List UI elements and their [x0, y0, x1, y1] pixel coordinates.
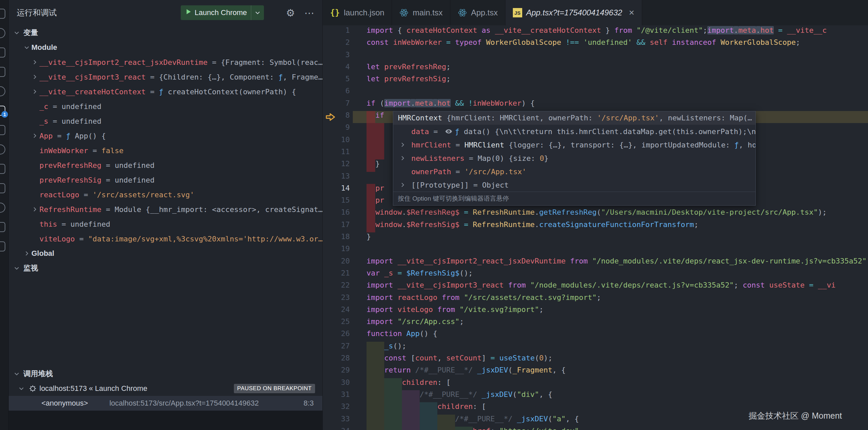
- line-number[interactable]: 22: [323, 281, 353, 293]
- chevron-down-icon[interactable]: [22, 44, 31, 51]
- editor-line-3[interactable]: 3: [323, 51, 868, 62]
- line-number[interactable]: 14: [323, 184, 353, 196]
- line-number[interactable]: 13: [323, 172, 353, 184]
- tooltip-row[interactable]: data = ƒ data() {\n\t\treturn this.hmrCl…: [393, 125, 755, 138]
- cropped-activity-icon[interactable]: [0, 28, 5, 38]
- cropped-activity-icon[interactable]: [0, 183, 5, 193]
- chevron-down-icon[interactable]: [17, 385, 26, 392]
- variable-row[interactable]: this = undefined: [9, 217, 322, 231]
- editor-line-22[interactable]: 22import __vite__cjsImport3_react from "…: [323, 281, 868, 293]
- editor-line-23[interactable]: 23import reactLogo from "/src/assets/rea…: [323, 293, 868, 305]
- line-number[interactable]: 27: [323, 342, 353, 354]
- variable-row[interactable]: __vite__cjsImport2_react_jsxDevRuntime =…: [9, 55, 322, 69]
- editor-line-25[interactable]: 25import "/src/App.css";: [323, 317, 868, 329]
- cropped-activity-icon[interactable]: [0, 241, 5, 252]
- cropped-activity-icon[interactable]: [0, 203, 5, 213]
- editor-line-31[interactable]: 31 /*#__PURE__*/ _jsxDEV("div", {: [323, 390, 868, 402]
- line-number[interactable]: 25: [323, 317, 353, 329]
- line-number[interactable]: 28: [323, 354, 353, 366]
- editor-line-6[interactable]: 6: [323, 87, 868, 98]
- cropped-activity-icon[interactable]: [0, 125, 5, 135]
- chevron-right-icon[interactable]: [30, 88, 39, 95]
- callstack-frame-row[interactable]: <anonymous> localhost:5173/src/App.tsx?t…: [9, 396, 322, 410]
- chevron-right-icon[interactable]: [22, 250, 31, 257]
- line-number[interactable]: 6: [323, 87, 353, 98]
- line-number[interactable]: 7: [323, 99, 353, 111]
- line-number[interactable]: 29: [323, 366, 353, 378]
- line-number[interactable]: 16: [323, 208, 353, 220]
- editor-line-28[interactable]: 28 const [count, setCount] = useState(0)…: [323, 354, 868, 366]
- launch-chrome-button[interactable]: Launch Chrome: [181, 5, 264, 20]
- line-number[interactable]: 10: [323, 136, 353, 147]
- line-number[interactable]: 21: [323, 269, 353, 281]
- chevron-right-icon[interactable]: [30, 133, 39, 139]
- line-number[interactable]: 33: [323, 414, 353, 427]
- gear-icon[interactable]: ⚙: [286, 7, 295, 19]
- editor-line-27[interactable]: 27 _s();: [323, 342, 868, 354]
- cropped-activity-icon[interactable]: [0, 67, 5, 77]
- editor-line-21[interactable]: 21var _s = $RefreshSig$();: [323, 269, 868, 281]
- tooltip-value-preview[interactable]: HMRContext {hmrClient: HMRClient, ownerP…: [393, 111, 755, 125]
- variable-row[interactable]: prevRefreshSig = undefined: [9, 173, 322, 187]
- editor-line-2[interactable]: 2const inWebWorker = typeof WorkerGlobal…: [323, 38, 868, 50]
- line-number[interactable]: 26: [323, 329, 353, 341]
- line-number[interactable]: 34: [323, 427, 353, 430]
- line-number[interactable]: 11: [323, 147, 353, 160]
- editor-line-20[interactable]: 20import __vite__cjsImport2_react_jsxDev…: [323, 257, 868, 269]
- cropped-activity-icon[interactable]: [0, 144, 5, 154]
- editor-line-4[interactable]: 4let prevRefreshReg;: [323, 62, 868, 75]
- tooltip-row[interactable]: [[Prototype]] = Object: [393, 178, 755, 192]
- editor-line-16[interactable]: 16 window.$RefreshReg$ = RefreshRuntime.…: [323, 208, 868, 220]
- close-icon[interactable]: ×: [629, 7, 634, 18]
- line-number[interactable]: 30: [323, 378, 353, 390]
- line-number[interactable]: 17: [323, 220, 353, 232]
- tooltip-row[interactable]: ownerPath = '/src/App.tsx': [393, 165, 755, 178]
- editor-line-34[interactable]: 34 href: "https://vite.dev": [323, 427, 868, 430]
- chevron-right-icon[interactable]: [30, 74, 39, 80]
- line-number[interactable]: 19: [323, 245, 353, 256]
- variable-row[interactable]: reactLogo = '/src/assets/react.svg': [9, 187, 322, 202]
- line-number[interactable]: 4: [323, 62, 353, 75]
- cropped-activity-icon[interactable]: [0, 9, 5, 19]
- cropped-activity-icon[interactable]: [0, 222, 5, 232]
- chevron-right-icon[interactable]: [30, 206, 39, 213]
- cropped-activity-icon[interactable]: [0, 86, 5, 96]
- line-number[interactable]: 5: [323, 75, 353, 87]
- chevron-down-icon[interactable]: [251, 5, 264, 20]
- line-number[interactable]: 3: [323, 51, 353, 62]
- cropped-activity-icon[interactable]: [0, 164, 5, 174]
- chevron-right-icon[interactable]: [30, 59, 39, 65]
- chevron-right-icon[interactable]: [398, 141, 411, 148]
- editor-line-5[interactable]: 5let prevRefreshSig;: [323, 75, 868, 87]
- line-number[interactable]: 24: [323, 305, 353, 317]
- line-number[interactable]: 20: [323, 257, 353, 269]
- editor-line-26[interactable]: 26function App() {: [323, 329, 868, 341]
- callstack-session-row[interactable]: localhost:5173 « Launch Chrome PAUSED ON…: [9, 381, 322, 396]
- editor-line-29[interactable]: 29 return /*#__PURE__*/ _jsxDEV(_Fragmen…: [323, 366, 868, 378]
- tooltip-row[interactable]: newListeners = Map(0) {size: 0}: [393, 151, 755, 165]
- variable-row[interactable]: inWebWorker = false: [9, 143, 322, 158]
- tab-App.tsx[interactable]: App.tsx: [451, 0, 505, 25]
- callstack-section-header[interactable]: 调用堆栈: [9, 367, 322, 381]
- variables-section-header[interactable]: 变量: [9, 25, 322, 40]
- line-number[interactable]: 12: [323, 160, 353, 172]
- eye-icon[interactable]: [445, 128, 453, 135]
- cropped-activity-icon[interactable]: [0, 48, 5, 58]
- variable-row[interactable]: RefreshRuntime = Module {__hmr_import: <…: [9, 202, 322, 217]
- code-editor[interactable]: 1import { createHotContext as __vite__cr…: [323, 25, 868, 430]
- chevron-right-icon[interactable]: [398, 181, 411, 188]
- tab-launch.json[interactable]: {}launch.json: [323, 0, 392, 25]
- tab-App.tsx?t=1754004149632[interactable]: JSApp.tsx?t=1754004149632×: [505, 0, 642, 25]
- line-number[interactable]: 18: [323, 232, 353, 245]
- scope-module[interactable]: Module: [9, 40, 322, 55]
- scope-global[interactable]: Global: [9, 246, 322, 261]
- variable-row[interactable]: App = ƒ App() {: [9, 128, 322, 143]
- line-number[interactable]: 15: [323, 196, 353, 208]
- line-number[interactable]: 9: [323, 123, 353, 135]
- tab-main.tsx[interactable]: main.tsx: [392, 0, 450, 25]
- editor-line-17[interactable]: 17 window.$RefreshSig$ = RefreshRuntime.…: [323, 220, 868, 232]
- line-number[interactable]: 23: [323, 293, 353, 305]
- editor-line-18[interactable]: 18}: [323, 232, 868, 245]
- editor-line-1[interactable]: 1import { createHotContext as __vite__cr…: [323, 26, 868, 38]
- editor-line-24[interactable]: 24import viteLogo from "/vite.svg?import…: [323, 305, 868, 317]
